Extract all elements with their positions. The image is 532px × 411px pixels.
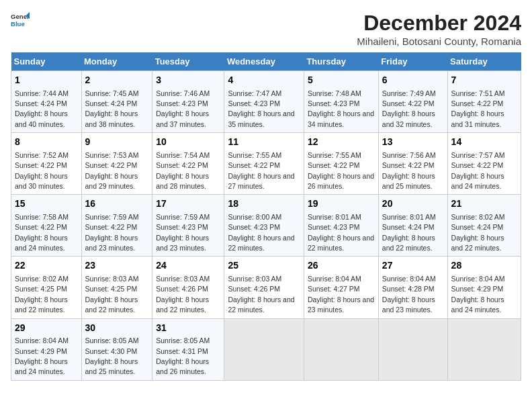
sunset-info: Sunset: 4:29 PM xyxy=(451,285,504,293)
day-number: 11 xyxy=(228,136,300,149)
day-number: 9 xyxy=(85,136,149,149)
day-number: 13 xyxy=(382,136,444,149)
day-number: 22 xyxy=(15,259,78,273)
sunrise-info: Sunrise: 8:03 AM xyxy=(228,275,281,283)
calendar-week-3: 22 Sunrise: 8:02 AM Sunset: 4:25 PM Dayl… xyxy=(11,257,521,318)
day-number: 10 xyxy=(156,136,220,149)
daylight-info: Daylight: 8 hours and 26 minutes. xyxy=(308,172,374,190)
daylight-info: Daylight: 8 hours and 25 minutes. xyxy=(85,357,138,375)
table-row: 5 Sunrise: 7:48 AM Sunset: 4:23 PM Dayli… xyxy=(304,71,378,133)
table-row: 23 Sunrise: 8:03 AM Sunset: 4:25 PM Dayl… xyxy=(81,257,152,318)
sunset-info: Sunset: 4:23 PM xyxy=(228,223,280,231)
sunrise-info: Sunrise: 7:46 AM xyxy=(156,89,210,97)
day-number: 8 xyxy=(15,136,78,149)
sunset-info: Sunset: 4:22 PM xyxy=(382,161,435,169)
table-row: 30 Sunrise: 8:05 AM Sunset: 4:30 PM Dayl… xyxy=(81,318,152,380)
sunrise-info: Sunrise: 8:04 AM xyxy=(382,275,436,283)
sunrise-info: Sunrise: 7:51 AM xyxy=(451,89,505,97)
sunrise-info: Sunrise: 8:03 AM xyxy=(85,275,139,283)
sunrise-info: Sunrise: 8:01 AM xyxy=(382,213,436,221)
daylight-info: Daylight: 8 hours and 23 minutes. xyxy=(156,234,209,252)
sunrise-info: Sunrise: 8:02 AM xyxy=(15,275,69,283)
table-row: 6 Sunrise: 7:49 AM Sunset: 4:22 PM Dayli… xyxy=(378,71,447,133)
sunset-info: Sunset: 4:24 PM xyxy=(85,99,138,107)
day-number: 2 xyxy=(85,74,149,87)
daylight-info: Daylight: 8 hours and 37 minutes. xyxy=(156,109,209,128)
day-number: 31 xyxy=(156,322,220,335)
sunset-info: Sunset: 4:22 PM xyxy=(85,223,138,231)
table-row xyxy=(447,318,521,380)
sunset-info: Sunset: 4:26 PM xyxy=(156,285,208,293)
page-subtitle: Mihaileni, Botosani County, Romania xyxy=(357,36,521,47)
svg-text:Blue: Blue xyxy=(11,20,25,28)
daylight-info: Daylight: 8 hours and 29 minutes. xyxy=(85,172,138,190)
table-row: 9 Sunrise: 7:53 AM Sunset: 4:22 PM Dayli… xyxy=(81,133,152,195)
table-row: 26 Sunrise: 8:04 AM Sunset: 4:27 PM Dayl… xyxy=(304,257,378,318)
daylight-info: Daylight: 8 hours and 25 minutes. xyxy=(382,172,435,190)
daylight-info: Daylight: 8 hours and 30 minutes. xyxy=(15,172,68,190)
sunset-info: Sunset: 4:30 PM xyxy=(85,347,138,355)
table-row: 13 Sunrise: 7:56 AM Sunset: 4:22 PM Dayl… xyxy=(378,133,447,195)
day-number: 21 xyxy=(451,197,517,211)
sunrise-info: Sunrise: 8:04 AM xyxy=(15,336,69,345)
table-row: 12 Sunrise: 7:55 AM Sunset: 4:22 PM Dayl… xyxy=(304,133,378,195)
daylight-info: Daylight: 8 hours and 22 minutes. xyxy=(15,295,68,314)
table-row: 20 Sunrise: 8:01 AM Sunset: 4:24 PM Dayl… xyxy=(378,195,447,257)
sunrise-info: Sunrise: 7:55 AM xyxy=(308,151,361,159)
sunset-info: Sunset: 4:25 PM xyxy=(85,285,138,293)
sunset-info: Sunset: 4:31 PM xyxy=(156,347,208,355)
sunset-info: Sunset: 4:23 PM xyxy=(308,99,360,107)
daylight-info: Daylight: 8 hours and 22 minutes. xyxy=(228,295,294,314)
day-number: 19 xyxy=(308,197,375,211)
sunrise-info: Sunrise: 8:04 AM xyxy=(308,275,361,283)
calendar-week-1: 8 Sunrise: 7:52 AM Sunset: 4:22 PM Dayli… xyxy=(11,133,521,195)
day-number: 20 xyxy=(382,197,444,211)
table-row: 7 Sunrise: 7:51 AM Sunset: 4:22 PM Dayli… xyxy=(447,71,521,133)
title-section: December 2024 Mihaileni, Botosani County… xyxy=(357,11,521,47)
table-row: 24 Sunrise: 8:03 AM Sunset: 4:26 PM Dayl… xyxy=(152,257,224,318)
sunset-info: Sunset: 4:29 PM xyxy=(15,347,67,355)
day-number: 3 xyxy=(156,74,220,87)
sunrise-info: Sunrise: 8:02 AM xyxy=(451,213,505,221)
table-row xyxy=(304,318,378,380)
table-row: 27 Sunrise: 8:04 AM Sunset: 4:28 PM Dayl… xyxy=(378,257,447,318)
sunset-info: Sunset: 4:23 PM xyxy=(156,223,208,231)
logo: General Blue xyxy=(11,11,30,30)
day-number: 24 xyxy=(156,259,220,273)
sunset-info: Sunset: 4:22 PM xyxy=(451,161,504,169)
day-number: 23 xyxy=(85,259,149,273)
day-number: 6 xyxy=(382,74,444,87)
daylight-info: Daylight: 8 hours and 27 minutes. xyxy=(228,172,294,190)
table-row: 2 Sunrise: 7:45 AM Sunset: 4:24 PM Dayli… xyxy=(81,71,152,133)
sunrise-info: Sunrise: 8:00 AM xyxy=(228,213,281,221)
daylight-info: Daylight: 8 hours and 32 minutes. xyxy=(382,109,435,128)
day-number: 28 xyxy=(451,259,517,273)
table-row: 25 Sunrise: 8:03 AM Sunset: 4:26 PM Dayl… xyxy=(224,257,304,318)
day-number: 15 xyxy=(15,197,78,211)
table-row: 15 Sunrise: 7:58 AM Sunset: 4:22 PM Dayl… xyxy=(11,195,82,257)
table-row: 21 Sunrise: 8:02 AM Sunset: 4:24 PM Dayl… xyxy=(447,195,521,257)
daylight-info: Daylight: 8 hours and 34 minutes. xyxy=(308,109,374,128)
daylight-info: Daylight: 8 hours and 22 minutes. xyxy=(85,295,138,314)
day-number: 14 xyxy=(451,136,517,149)
sunrise-info: Sunrise: 7:54 AM xyxy=(156,151,210,159)
sunrise-info: Sunrise: 8:03 AM xyxy=(156,275,210,283)
daylight-info: Daylight: 8 hours and 22 minutes. xyxy=(156,295,209,314)
day-number: 1 xyxy=(15,74,78,87)
sunrise-info: Sunrise: 7:44 AM xyxy=(15,89,69,97)
sunset-info: Sunset: 4:23 PM xyxy=(156,99,208,107)
header-cell-thursday: Thursday xyxy=(304,52,378,71)
sunset-info: Sunset: 4:27 PM xyxy=(308,285,360,293)
sunrise-info: Sunrise: 8:05 AM xyxy=(85,336,139,345)
daylight-info: Daylight: 8 hours and 40 minutes. xyxy=(15,109,68,128)
daylight-info: Daylight: 8 hours and 24 minutes. xyxy=(451,172,504,190)
sunset-info: Sunset: 4:22 PM xyxy=(15,161,67,169)
svg-text:General: General xyxy=(11,13,30,20)
logo-icon: General Blue xyxy=(11,11,30,30)
table-row: 19 Sunrise: 8:01 AM Sunset: 4:23 PM Dayl… xyxy=(304,195,378,257)
table-row: 14 Sunrise: 7:57 AM Sunset: 4:22 PM Dayl… xyxy=(447,133,521,195)
daylight-info: Daylight: 8 hours and 35 minutes. xyxy=(228,109,294,128)
page-title: December 2024 xyxy=(357,11,521,36)
day-number: 26 xyxy=(308,259,375,273)
sunrise-info: Sunrise: 8:04 AM xyxy=(451,275,505,283)
